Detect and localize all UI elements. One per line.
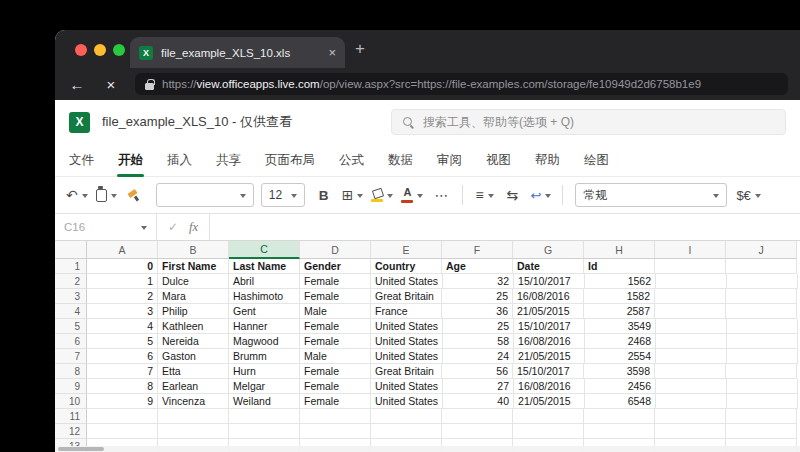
row-header-7[interactable]: 7 <box>55 349 87 364</box>
cell-B12[interactable] <box>158 424 229 439</box>
cell-B7[interactable]: Gaston <box>158 349 229 364</box>
format-painter-button[interactable] <box>122 182 148 208</box>
zoom-window-button[interactable] <box>113 44 125 56</box>
cell-G6[interactable]: 16/08/2016 <box>514 334 585 349</box>
cell-F12[interactable] <box>442 424 513 439</box>
cell-C9[interactable]: Melgar <box>229 379 300 394</box>
cell-B6[interactable]: Nereida <box>158 334 229 349</box>
cell-D11[interactable] <box>300 409 371 424</box>
cell-J10[interactable] <box>727 394 798 409</box>
cell-H10[interactable]: 6548 <box>585 394 656 409</box>
cell-I3[interactable] <box>655 289 726 304</box>
cell-C10[interactable]: Weiland <box>229 394 300 409</box>
cell-H6[interactable]: 2468 <box>585 334 656 349</box>
menu-item-9[interactable]: 视图 <box>486 152 511 169</box>
bold-button[interactable]: B <box>311 182 337 208</box>
cell-F4[interactable]: 36 <box>442 304 513 319</box>
cell-H4[interactable]: 2587 <box>584 304 655 319</box>
row-header-3[interactable]: 3 <box>55 289 87 304</box>
cell-J11[interactable] <box>726 409 797 424</box>
cell-C1[interactable]: Last Name <box>229 259 300 274</box>
cell-I10[interactable] <box>656 394 727 409</box>
column-header-B[interactable]: B <box>158 241 229 259</box>
cell-D6[interactable]: Female <box>300 334 371 349</box>
column-header-E[interactable]: E <box>371 241 442 259</box>
row-header-11[interactable]: 11 <box>55 409 87 424</box>
cell-C2[interactable]: Abril <box>229 274 300 289</box>
cell-D8[interactable]: Female <box>300 364 371 379</box>
menu-item-3[interactable]: 插入 <box>167 152 192 169</box>
undo-button[interactable]: ↶ <box>63 182 91 208</box>
cell-H7[interactable]: 2554 <box>585 349 656 364</box>
column-header-F[interactable]: F <box>442 241 513 259</box>
stop-button[interactable]: × <box>101 77 121 92</box>
number-format-select[interactable]: 常规 <box>575 183 727 207</box>
menu-item-1[interactable]: 文件 <box>69 152 94 169</box>
font-name-select[interactable] <box>156 183 254 207</box>
cell-D1[interactable]: Gender <box>300 259 371 274</box>
row-header-2[interactable]: 2 <box>55 274 87 289</box>
cell-B1[interactable]: First Name <box>158 259 229 274</box>
cell-D3[interactable]: Female <box>300 289 371 304</box>
menu-item-8[interactable]: 审阅 <box>437 152 462 169</box>
cell-H3[interactable]: 1582 <box>584 289 655 304</box>
menu-item-2[interactable]: 开始 <box>118 152 143 169</box>
cell-A11[interactable] <box>87 409 158 424</box>
cell-J1[interactable] <box>726 259 797 274</box>
cell-E5[interactable]: United States <box>371 319 443 334</box>
cell-A8[interactable]: 7 <box>87 364 158 379</box>
cell-A9[interactable]: 8 <box>87 379 158 394</box>
cell-I11[interactable] <box>655 409 726 424</box>
column-header-D[interactable]: D <box>300 241 371 259</box>
column-header-H[interactable]: H <box>584 241 655 259</box>
cell-H2[interactable]: 1562 <box>585 274 656 289</box>
cell-E1[interactable]: Country <box>371 259 442 274</box>
insert-function-icon[interactable]: fx <box>189 220 198 235</box>
browser-tab[interactable]: X file_example_XLS_10.xls × <box>130 37 345 68</box>
menu-item-4[interactable]: 共享 <box>216 152 241 169</box>
cell-J4[interactable] <box>726 304 797 319</box>
cell-A4[interactable]: 3 <box>87 304 158 319</box>
menu-item-6[interactable]: 公式 <box>339 152 364 169</box>
borders-button[interactable]: ⊞ <box>339 182 367 208</box>
column-header-A[interactable]: A <box>87 241 158 259</box>
cell-C7[interactable]: Brumm <box>229 349 300 364</box>
url-bar[interactable]: https://view.officeapps.live.com/op/view… <box>135 73 788 95</box>
column-header-J[interactable]: J <box>726 241 797 259</box>
cell-J7[interactable] <box>727 349 798 364</box>
cell-B3[interactable]: Mara <box>158 289 229 304</box>
cell-B9[interactable]: Earlean <box>158 379 229 394</box>
menu-item-5[interactable]: 页面布局 <box>265 152 315 169</box>
cell-E9[interactable]: United States <box>371 379 443 394</box>
cell-E8[interactable]: Great Britain <box>371 364 442 379</box>
row-header-9[interactable]: 9 <box>55 379 87 394</box>
cell-E7[interactable]: United States <box>371 349 443 364</box>
indent-button[interactable]: ⇆ <box>499 182 525 208</box>
cell-F5[interactable]: 25 <box>443 319 514 334</box>
cell-I2[interactable] <box>656 274 727 289</box>
cell-A10[interactable]: 9 <box>87 394 158 409</box>
cell-A3[interactable]: 2 <box>87 289 158 304</box>
row-header-4[interactable]: 4 <box>55 304 87 319</box>
column-header-I[interactable]: I <box>655 241 726 259</box>
row-header-5[interactable]: 5 <box>55 319 87 334</box>
cell-G3[interactable]: 16/08/2016 <box>513 289 584 304</box>
cell-E6[interactable]: United States <box>371 334 443 349</box>
row-header-6[interactable]: 6 <box>55 334 87 349</box>
cell-J3[interactable] <box>726 289 797 304</box>
cell-A5[interactable]: 4 <box>87 319 158 334</box>
cell-B8[interactable]: Etta <box>158 364 229 379</box>
cell-E3[interactable]: Great Britain <box>371 289 442 304</box>
menu-item-10[interactable]: 帮助 <box>535 152 560 169</box>
cell-H1[interactable]: Id <box>584 259 655 274</box>
cell-D5[interactable]: Female <box>300 319 371 334</box>
cell-G5[interactable]: 15/10/2017 <box>514 319 585 334</box>
cell-D9[interactable]: Female <box>300 379 371 394</box>
cell-C5[interactable]: Hanner <box>229 319 300 334</box>
cell-A1[interactable]: 0 <box>87 259 158 274</box>
cell-E12[interactable] <box>371 424 442 439</box>
cell-D12[interactable] <box>300 424 371 439</box>
cell-B5[interactable]: Kathleen <box>158 319 229 334</box>
minimize-window-button[interactable] <box>94 44 106 56</box>
cell-I8[interactable] <box>655 364 726 379</box>
